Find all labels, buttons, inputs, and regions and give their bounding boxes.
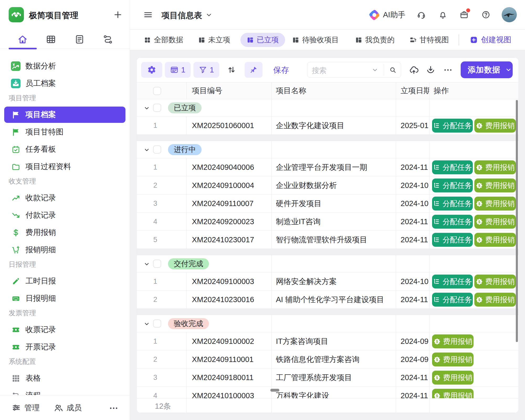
column-header-项目编号[interactable]: 项目编号 [187,82,272,99]
sidebar-item-员工档案[interactable]: 员工档案 [4,75,125,92]
sidebar-item-项目档案[interactable]: 项目档案 [4,107,125,123]
collapse-chevron-icon[interactable] [144,321,150,327]
search-box[interactable]: 搜索 [307,62,401,78]
svg-text:$: $ [478,238,480,242]
column-header-项目名称[interactable]: 项目名称 [272,82,396,99]
column-header-立项日期[interactable]: 立项日期 [396,82,429,99]
expense-claim-button[interactable]: $费用报销 [474,197,516,211]
sidebar-item-报销明细[interactable]: 报销明细 [4,242,125,258]
nav-tab-home-icon[interactable] [17,34,28,45]
expense-claim-button[interactable]: $费用报销 [432,334,474,348]
add-app-button[interactable] [113,10,123,20]
expense-claim-button[interactable]: $费用报销 [474,275,516,288]
view-tab-我负责的[interactable]: 我负责的 [355,33,395,47]
column-header-操作[interactable]: 操作 [429,82,518,99]
settings-gear-button[interactable] [141,62,162,78]
assign-task-button[interactable]: 分配任务 [432,215,473,229]
group-checkbox[interactable] [153,260,161,268]
expense-claim-button[interactable]: $费用报销 [432,389,474,398]
table-row[interactable]: 2XM202410230016AI 辅助个性化学习平台建设项目2024-11分配… [137,291,518,309]
vertical-scrollbar[interactable] [516,100,518,342]
table-row[interactable]: 4XM202409200023制造业IT咨询2024-11分配任务$费用报销 [137,213,518,231]
filter-button[interactable]: 1 [193,62,219,78]
sidebar-item-项目甘特图[interactable]: 项目甘特图 [4,124,125,140]
expense-claim-button[interactable]: $费用报销 [474,293,516,307]
save-button[interactable]: 保存 [273,65,289,76]
view-tab-未立项[interactable]: 未立项 [198,33,230,47]
sidebar-item-数据分析[interactable]: ¥数据分析 [4,58,125,74]
sidebar-item-开票记录[interactable]: 开票记录 [4,339,125,355]
help-icon[interactable] [481,10,490,19]
assign-task-button[interactable]: 分配任务 [432,160,473,174]
manage-button[interactable]: 管理 [12,395,40,420]
collapse-chevron-icon[interactable] [144,105,150,111]
group-checkbox[interactable] [153,145,161,154]
table-row[interactable]: 2XM202409110001铁路信息化管理方案咨询2024-09$费用报销 [137,350,518,369]
expense-claim-button[interactable]: $费用报销 [474,215,516,229]
support-headset-icon[interactable] [417,10,426,19]
table-row[interactable]: 1XM202409100003网络安全解决方案2024-10分配任务$费用报销 [137,272,518,291]
table-row[interactable]: 5XM202410230017智行物流管理软件升级项目2024-11分配任务$费… [137,231,518,249]
assign-task-button[interactable]: 分配任务 [432,233,473,247]
collapse-chevron-icon[interactable] [144,261,150,267]
sidebar-item-收款记录[interactable]: 收款记录 [4,190,125,206]
user-avatar[interactable] [502,7,517,22]
nav-tab-flows-icon[interactable] [102,34,113,45]
ai-assistant-button[interactable]: AI助手 [369,9,405,20]
assign-task-button[interactable]: 分配任务 [432,119,473,133]
table-row[interactable]: 1XM202409100002IT方案咨询项目2024-09$费用报销 [137,332,518,350]
view-tab-已立项[interactable]: 已立项 [240,33,285,47]
sidebar-more-button[interactable] [109,403,119,413]
table-row[interactable]: 3XM202409110007硬件开发项目2024-10分配任务$费用报销 [137,195,518,213]
sidebar-item-付款记录[interactable]: 付款记录 [4,207,125,223]
assign-task-button[interactable]: 分配任务 [432,178,473,192]
pencil-icon [10,276,21,286]
fields-config-button[interactable]: 1 [165,62,191,78]
table-row[interactable]: 1XM202409040006企业管理平台开发项目一期2024-11分配任务$费… [137,158,518,176]
select-all-checkbox[interactable] [153,87,161,95]
sidebar-item-收票记录[interactable]: 收票记录 [4,322,125,338]
search-icon[interactable] [389,66,397,74]
more-actions-icon[interactable] [443,65,453,75]
sidebar-item-项目过程资料[interactable]: 项目过程资料 [4,159,125,175]
members-button[interactable]: 成员 [54,395,82,420]
table-row[interactable]: 3XM202409180011工厂管理系统开发项目2024-11$费用报销 [137,369,518,387]
upload-cloud-icon[interactable] [409,65,418,75]
pin-button[interactable] [245,62,262,78]
table-row[interactable]: 4XM202410100003万科数字化建设2024-11$费用报销 [137,387,518,398]
view-tab-甘特视图[interactable]: 甘特视图 [410,33,449,47]
expense-claim-button[interactable]: $费用报销 [474,160,516,174]
expense-claim-button[interactable]: $费用报销 [474,233,516,247]
assign-task-button[interactable]: 分配任务 [432,275,473,288]
group-checkbox[interactable] [153,319,161,328]
notifications-bell-icon[interactable] [438,10,447,19]
badge-dollar-icon: $ [476,200,483,207]
add-data-button[interactable]: 添加数据 [461,61,513,78]
sidebar-item-日报明细[interactable]: 日报明细 [4,290,125,307]
sidebar-item-费用报销[interactable]: 费用报销 [4,224,125,241]
nav-tab-docs-icon[interactable] [74,34,85,45]
table-row[interactable]: 1XM202501060001企业数字化建设项目2025-01分配任务$费用报销 [137,117,518,135]
group-checkbox[interactable] [153,104,161,112]
horizontal-scrollbar[interactable] [270,389,279,392]
search-chevron-down-icon[interactable] [372,67,378,73]
nav-tab-tables-icon[interactable] [45,34,56,45]
view-tab-全部数据[interactable]: 全部数据 [144,33,183,47]
expense-claim-button[interactable]: $费用报销 [432,353,474,366]
sidebar-item-任务看板[interactable]: 任务看板 [4,141,125,158]
sort-button[interactable] [227,65,236,75]
sidebar-item-工时日报[interactable]: 工时日报 [4,273,125,289]
table-row[interactable]: 2XM202409100004企业业财数据分析2024-10分配任务$费用报销 [137,176,518,195]
view-tab-待验收项目[interactable]: 待验收项目 [292,33,339,47]
sidebar-item-表格[interactable]: 表格 [4,370,125,386]
collapse-chevron-icon[interactable] [144,147,150,153]
create-view-button[interactable]: 创建视图 [470,33,511,47]
assign-task-button[interactable]: 分配任务 [432,197,473,211]
sidebar-item-流程[interactable]: 流程 [4,387,125,395]
expense-claim-button[interactable]: $费用报销 [432,371,474,385]
expense-claim-button[interactable]: $费用报销 [474,119,516,133]
assign-task-button[interactable]: 分配任务 [432,293,473,307]
download-icon[interactable] [426,65,435,75]
expense-claim-button[interactable]: $费用报销 [474,178,516,192]
view-tab-label: 甘特视图 [419,35,449,45]
